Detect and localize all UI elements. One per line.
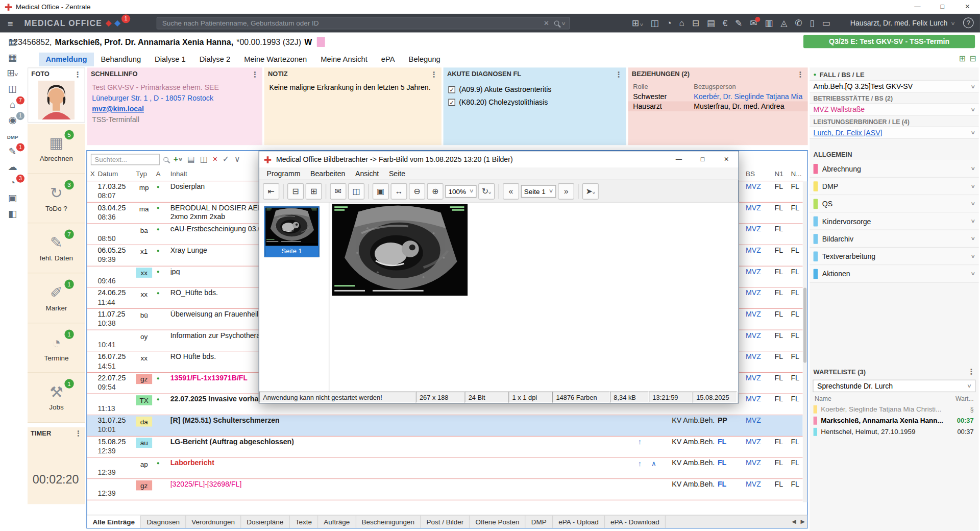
view-grid-icon[interactable]: ⊞∨ [629,17,646,30]
dmp-icon[interactable]: DMP [3,129,22,142]
phone-icon[interactable]: ✆ [792,17,804,30]
dialog-maximize-button[interactable]: □ [691,151,715,167]
tab-anmeldung[interactable]: Anmeldung [39,53,94,66]
chevron-down-icon[interactable]: ∨ [561,20,566,26]
page-select[interactable]: Seite 1∨ [521,185,556,198]
vertical-scrollbar[interactable] [803,181,807,502]
quick-button-fehl-daten[interactable]: ✎7fehl. Daten [28,224,85,274]
document-icon[interactable]: ▤ [704,17,718,30]
tab-meine-wartezonen[interactable]: Meine Wartezonen [237,53,314,66]
delete-icon[interactable]: × [213,155,217,164]
case-badge[interactable]: Q3/25 E: Test GKV-SV - TSS-Termin [803,35,975,49]
filter-tab-offene-posten[interactable]: Offene Posten [470,515,525,528]
filter-tab-bescheinigungen[interactable]: Bescheinigungen [356,515,421,528]
zoom-select[interactable]: 100%∨ [445,185,476,198]
tab-behandlung[interactable]: Behandlung [94,53,148,66]
minimize-button[interactable]: — [905,0,930,14]
kebab-menu-icon[interactable]: ⋮ [967,367,975,376]
location-icon[interactable]: ◉1 [3,113,22,127]
lab-icon[interactable]: ◬ [778,17,790,30]
cloud-icon[interactable]: ☁ [3,160,22,174]
schedule-icon[interactable]: ◔ [664,17,674,30]
epa-upload-icon[interactable]: ⊞ [959,54,965,63]
column-header-a[interactable]: A [156,170,160,178]
next-page-icon[interactable]: » [558,183,574,199]
kebab-menu-icon[interactable]: ⋮ [74,70,82,79]
search-icon[interactable] [163,157,168,162]
column-header-inhalt[interactable]: Inhalt [170,170,187,178]
checkbox-icon[interactable]: ✓ [448,99,455,106]
chevron-down-icon[interactable]: ∨ [234,155,240,164]
bs-selector[interactable]: MVZ Wallstraße ∨ [810,103,978,116]
clear-search-icon[interactable]: ✕ [544,19,549,27]
praxis-icon[interactable]: ⌂7 [3,98,22,111]
help-button[interactable]: ? [963,17,974,28]
book-icon[interactable]: ▯ [807,17,817,30]
menu-bearbeiten[interactable]: Bearbeiten [305,170,350,178]
stats-icon[interactable]: ▥ [762,17,775,30]
sign-icon[interactable]: ✎ [732,17,745,30]
column-header-n1[interactable]: N1 [775,170,783,178]
layout-icon[interactable]: ⊟ [969,54,976,63]
fit-window-icon[interactable]: ▣ [373,183,389,199]
column-header-datum[interactable]: Datum [97,170,118,178]
menu-programm[interactable]: Programm [262,170,305,178]
kebab-menu-icon[interactable]: ⋮ [430,70,438,79]
compose-icon[interactable]: ▤ [187,155,195,164]
sidebar-item-kindervorsorge[interactable]: Kindervorsorge∨ [810,213,978,230]
scroll-left-icon[interactable]: ◀ [790,515,798,528]
schnellinfo-line[interactable]: Lüneburger Str. 1 , D - 18057 Rostock [92,93,257,104]
clinic-icon[interactable]: ⌂ [677,17,687,30]
archive-icon[interactable]: ▣ [3,191,22,205]
column-header-n[interactable]: N... [791,170,801,178]
tab-meine-ansicht[interactable]: Meine Ansicht [314,53,375,66]
menu-ansicht[interactable]: Ansicht [350,170,384,178]
table-row[interactable]: 12:39gz[32025/FL]-[32698/FL]KV Amb.Beh.F… [87,479,803,500]
checkbox-icon[interactable]: ✓ [448,86,455,93]
rotate-icon[interactable]: ↻∨ [478,183,495,199]
sidebar-item-bildarchiv[interactable]: Bildarchiv∨ [810,230,978,248]
notifications-icon[interactable]: ◔3 [3,176,22,189]
tab-epa[interactable]: ePA [374,53,402,66]
filter-tab-dmp[interactable]: DMP [526,515,553,528]
billing-euro-icon[interactable]: € [720,17,730,30]
zoom-in-icon[interactable]: ⊕ [427,183,444,199]
tab-dialyse-1[interactable]: Dialyse 1 [148,53,193,66]
quick-button-termine[interactable]: ◔1Termine [28,323,85,373]
dialog-close-button[interactable]: ✕ [715,151,739,167]
print-icon[interactable]: ⊟ [690,17,702,30]
first-page-icon[interactable]: ⇤ [263,183,279,199]
journal-search-input[interactable] [91,154,160,165]
filter-tab-post-bilder[interactable]: Post / Bilder [421,515,470,528]
tab-belegung[interactable]: Belegung [402,53,447,66]
warteliste-dropdown[interactable]: Sprechstunde Dr. Lurch ∨ [813,380,975,393]
sidebar-item-abrechnung[interactable]: Abrechnung∨ [810,160,978,178]
filter-tab-verordnungen[interactable]: Verordnungen [186,515,241,528]
column-header-typ[interactable]: Typ [136,170,147,178]
fit-width-icon[interactable]: ↔ [391,183,407,199]
schnellinfo-line[interactable]: mvz@kim.local [92,104,257,114]
quick-button-todo-[interactable]: ↻3ToDo ? [28,174,85,224]
filter-tab-epa-download[interactable]: ePA - Download [605,515,666,528]
search-icon[interactable] [554,20,559,26]
filter-tab-dosierpl-ne[interactable]: Dosierpläne [241,515,289,528]
warteliste-row[interactable]: Koerbér, Sieglinde Tatjana Mia Christi..… [810,403,978,415]
pointer-icon[interactable]: ➤∨ [582,183,599,199]
confirm-icon[interactable]: ✓ [223,155,229,164]
print-setup-icon[interactable]: ⊞ [306,183,322,199]
kebab-menu-icon[interactable]: ⋮ [251,70,259,79]
ultrasound-image[interactable] [332,204,468,296]
le-selector[interactable]: Lurch, Dr. Felix [ASV] ∨ [810,126,978,139]
column-header-bs[interactable]: BS [746,170,755,178]
kebab-menu-icon[interactable]: ⋮ [75,429,82,438]
fall-selector[interactable]: Amb.Beh.[Q 3.25]Test GKV-SV ∨ [810,80,978,93]
edit-icon[interactable]: ✎1 [3,144,22,158]
kebab-menu-icon[interactable]: ⋮ [615,70,623,79]
copy-icon[interactable]: ◫ [348,183,364,199]
add-icon[interactable]: +∨ [174,155,182,164]
records-icon[interactable]: ▤ [3,35,22,49]
tab-dialyse-2[interactable]: Dialyse 2 [192,53,237,66]
current-user-dropdown[interactable]: Hausarzt, Dr. med. Felix Lurch ∨ [850,14,955,33]
quick-button-marker[interactable]: ✐1Marker [28,273,85,323]
page-thumbnail[interactable]: Seite 1 [264,206,320,257]
